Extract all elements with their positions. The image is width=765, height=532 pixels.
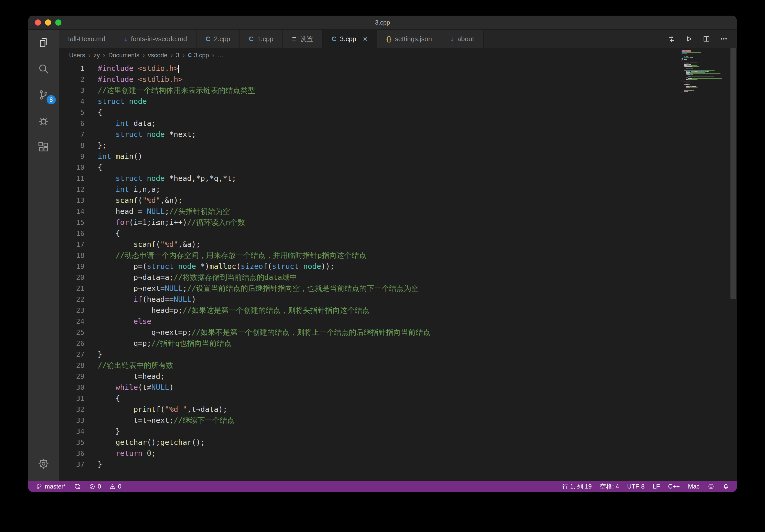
tab-tall-Hexo.md[interactable]: tall-Hexo.md — [59, 30, 115, 48]
zoom-window-button[interactable] — [55, 19, 61, 26]
code-line-24[interactable]: 24 else — [59, 316, 737, 327]
breadcrumb-item-Users[interactable]: Users — [69, 52, 85, 59]
code-line-13[interactable]: 13 scanf("%d",&n); — [59, 195, 737, 206]
code-line-16[interactable]: 16 { — [59, 228, 737, 239]
breadcrumb-item-3.cpp[interactable]: C3.cpp — [188, 52, 209, 59]
editor-scrollbar[interactable] — [730, 48, 737, 481]
code-line-26[interactable]: 26 q=p;//指针q也指向当前结点 — [59, 338, 737, 349]
minimap[interactable] — [682, 50, 727, 93]
tab-about[interactable]: ↓about — [441, 30, 483, 48]
code-line-6[interactable]: 6 int data; — [59, 118, 737, 129]
tab-1.cpp[interactable]: C1.cpp — [240, 30, 283, 48]
workbench: 8 tall-Hexo.md↓fonts-in-vscode.mdC2.cppC… — [28, 30, 737, 481]
line-number: 9 — [59, 151, 98, 162]
tab-label: 2.cpp — [214, 35, 230, 43]
code-editor[interactable]: 1#include <stdio.h>2#include <stdlib.h>3… — [59, 62, 737, 481]
status-sync-changes[interactable] — [74, 483, 81, 490]
status-encoding[interactable]: UTF-8 — [627, 483, 644, 490]
code-line-37[interactable]: 37} — [59, 459, 737, 470]
code-line-31[interactable]: 31 { — [59, 393, 737, 404]
code-line-23[interactable]: 23 head=p;//如果这是第一个创建的结点，则将头指针指向这个结点 — [59, 305, 737, 316]
code-line-1[interactable]: 1#include <stdio.h> — [59, 63, 737, 74]
line-number: 28 — [59, 360, 98, 371]
branch-icon — [36, 483, 42, 490]
tab-label: about — [457, 35, 474, 43]
split-editor-button[interactable] — [699, 31, 714, 46]
code-line-32[interactable]: 32 printf("%d ",t→data); — [59, 404, 737, 415]
code-line-20[interactable]: 20 p→data=a;//将数据存储到当前结点的data域中 — [59, 272, 737, 283]
code-line-11[interactable]: 11 struct node *head,*p,*q,*t; — [59, 173, 737, 184]
code-line-19[interactable]: 19 p=(struct node *)malloc(sizeof(struct… — [59, 261, 737, 272]
code-line-21[interactable]: 21 p→next=NULL;//设置当前结点的后继指针指向空，也就是当前结点的… — [59, 283, 737, 294]
code-line-35[interactable]: 35 getchar();getchar(); — [59, 437, 737, 448]
activity-item-source-control[interactable]: 8 — [28, 82, 59, 108]
code-line-34[interactable]: 34 } — [59, 426, 737, 437]
code-line-10[interactable]: 10{ — [59, 162, 737, 173]
status-warning-count[interactable]: 0 — [109, 483, 121, 490]
breadcrumb-item-Documents[interactable]: Documents — [108, 52, 139, 59]
code-line-27[interactable]: 27} — [59, 349, 737, 360]
status-feedback[interactable] — [708, 483, 714, 490]
titlebar[interactable]: 3.cpp — [28, 16, 737, 30]
status-keymap-indicator[interactable]: Mac — [688, 483, 699, 490]
status-language-mode[interactable]: C++ — [668, 483, 680, 490]
breadcrumb-item-vscode[interactable]: vscode — [148, 52, 167, 59]
code-line-22[interactable]: 22 if(head==NULL) — [59, 294, 737, 305]
tab-3.cpp[interactable]: C3.cpp× — [323, 30, 377, 48]
tab-2.cpp[interactable]: C2.cpp — [197, 30, 240, 48]
code-line-28[interactable]: 28//输出链表中的所有数 — [59, 360, 737, 371]
code-line-25[interactable]: 25 q→next=p;//如果不是第一个创建的结点，则将上一个结点的后继指针指… — [59, 327, 737, 338]
code-line-18[interactable]: 18 //动态申请一个内存空间，用来存放一个结点，并用临时指针p指向这个结点 — [59, 250, 737, 261]
code-line-12[interactable]: 12 int i,n,a; — [59, 184, 737, 195]
code-line-29[interactable]: 29 t=head; — [59, 371, 737, 382]
code-line-36[interactable]: 36 return 0; — [59, 448, 737, 459]
status-branch-indicator[interactable]: master* — [36, 483, 66, 490]
markdown-file-icon: ↓ — [450, 35, 454, 43]
code-line-3[interactable]: 3//这里创建一个结构体用来表示链表的结点类型 — [59, 85, 737, 96]
minimize-window-button[interactable] — [45, 19, 51, 26]
close-window-button[interactable] — [35, 19, 41, 26]
code-line-14[interactable]: 14 head = NULL;//头指针初始为空 — [59, 206, 737, 217]
line-number: 23 — [59, 305, 98, 316]
code-line-4[interactable]: 4struct node — [59, 96, 737, 107]
breadcrumb-item-zy[interactable]: zy — [94, 52, 100, 59]
code-line-5[interactable]: 5{ — [59, 107, 737, 118]
code-line-30[interactable]: 30 while(t≠NULL) — [59, 382, 737, 393]
status-cursor-position[interactable]: 行 1, 列 19 — [562, 482, 592, 491]
extensions-icon — [38, 141, 49, 153]
code-line-9[interactable]: 9int main() — [59, 151, 737, 162]
line-number: 34 — [59, 426, 98, 437]
breadcrumb-item-…[interactable]: … — [218, 52, 224, 59]
error-icon — [89, 483, 95, 490]
activity-item-explorer[interactable] — [28, 30, 59, 56]
explorer-icon — [38, 37, 49, 49]
status-notifications[interactable] — [723, 483, 729, 490]
activity-item-run-and-debug[interactable] — [28, 108, 59, 134]
breadcrumb-item-3[interactable]: 3 — [176, 52, 179, 59]
status-error-count[interactable]: 0 — [89, 483, 101, 490]
code-line-7[interactable]: 7 struct node *next; — [59, 129, 737, 140]
tab-label: fonts-in-vscode.md — [131, 35, 187, 43]
status-indentation[interactable]: 空格: 4 — [600, 482, 619, 491]
tab-fonts-in-vscode.md[interactable]: ↓fonts-in-vscode.md — [115, 30, 197, 48]
tab-settings.json[interactable]: {}settings.json — [377, 30, 441, 48]
code-line-33[interactable]: 33 t=t→next;//继续下一个结点 — [59, 415, 737, 426]
scrollbar-thumb[interactable] — [730, 48, 736, 299]
line-number: 22 — [59, 294, 98, 305]
code-line-15[interactable]: 15 for(i=1;i≤n;i++)//循环读入n个数 — [59, 217, 737, 228]
more-actions-button[interactable] — [716, 31, 731, 46]
activity-item-extensions[interactable] — [28, 134, 59, 160]
code-line-8[interactable]: 8}; — [59, 140, 737, 151]
activity-item-manage[interactable] — [28, 451, 59, 477]
run-and-debug-icon — [38, 115, 49, 127]
line-number: 21 — [59, 283, 98, 294]
status-eol-sequence[interactable]: LF — [653, 483, 660, 490]
search-icon — [38, 63, 49, 75]
code-line-2[interactable]: 2#include <stdlib.h> — [59, 74, 737, 85]
run-file-button[interactable] — [682, 31, 696, 46]
close-tab-icon[interactable]: × — [363, 35, 368, 43]
tab-设置[interactable]: ≡设置 — [283, 30, 323, 48]
code-line-17[interactable]: 17 scanf("%d",&a); — [59, 239, 737, 250]
activity-item-search[interactable] — [28, 56, 59, 82]
open-changes-button[interactable] — [664, 31, 679, 46]
